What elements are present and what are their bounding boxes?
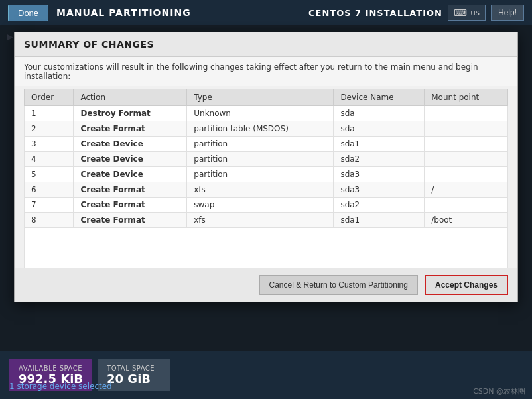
table-row: 1Destroy FormatUnknownsda <box>25 106 508 121</box>
cell-type: partition <box>187 167 334 182</box>
available-label: AVAILABLE SPACE <box>19 365 83 372</box>
cell-order: 3 <box>25 137 74 152</box>
cell-type: Unknown <box>187 106 334 121</box>
table-row: 7Create Formatswapsda2 <box>25 198 508 213</box>
header-right: CENTOS 7 INSTALLATION ⌨ us Help! <box>308 5 524 21</box>
cell-mount: / <box>425 182 508 198</box>
modal-header: SUMMARY OF CHANGES <box>15 32 517 57</box>
modal-footer: Cancel & Return to Custom Partitioning A… <box>15 268 517 302</box>
col-action: Action <box>74 89 187 106</box>
storage-link[interactable]: 1 storage device selected <box>9 382 112 391</box>
cell-action: Create Format <box>74 198 187 213</box>
cell-mount <box>425 167 508 182</box>
cell-order: 6 <box>25 182 74 198</box>
cell-action: Create Format <box>74 182 187 198</box>
summary-modal: SUMMARY OF CHANGES Your customizations w… <box>14 32 518 302</box>
cell-order: 4 <box>25 152 74 167</box>
col-mount: Mount point <box>425 89 508 106</box>
cell-type: partition table (MSDOS) <box>187 121 334 137</box>
col-type: Type <box>187 89 334 106</box>
cell-action: Destroy Format <box>74 106 187 121</box>
cell-order: 1 <box>25 106 74 121</box>
table-container: Order Action Type Device Name Mount poin… <box>15 89 517 228</box>
cell-order: 5 <box>25 167 74 182</box>
main-content: ▶ New CentOS 7 Installation sda3 SUMMARY… <box>0 25 532 399</box>
table-row: 3Create Devicepartitionsda1 <box>25 137 508 152</box>
accept-changes-button[interactable]: Accept Changes <box>425 275 508 295</box>
modal-title: SUMMARY OF CHANGES <box>24 39 154 50</box>
cell-device: sda3 <box>334 167 425 182</box>
cell-device: sda3 <box>334 182 425 198</box>
cell-action: Create Device <box>74 137 187 152</box>
table-row: 4Create Devicepartitionsda2 <box>25 152 508 167</box>
cell-mount <box>425 121 508 137</box>
changes-table: Order Action Type Device Name Mount poin… <box>24 89 508 228</box>
cell-mount: /boot <box>425 213 508 228</box>
cancel-button[interactable]: Cancel & Return to Custom Partitioning <box>259 275 418 295</box>
cell-device: sda1 <box>334 213 425 228</box>
cell-type: xfs <box>187 182 334 198</box>
cell-mount <box>425 152 508 167</box>
cell-device: sda <box>334 121 425 137</box>
total-value: 20 GiB <box>107 372 161 386</box>
cell-order: 2 <box>25 121 74 137</box>
cell-action: Create Format <box>74 121 187 137</box>
modal-description: Your customizations will result in the f… <box>15 57 517 86</box>
keyboard-widget[interactable]: ⌨ us <box>448 5 486 21</box>
watermark: CSDN @农林圈 <box>473 386 525 396</box>
done-button[interactable]: Done <box>8 5 48 21</box>
cell-device: sda1 <box>334 137 425 152</box>
keyboard-icon: ⌨ <box>454 7 467 18</box>
table-row: 8Create Formatxfssda1/boot <box>25 213 508 228</box>
centos-title: CENTOS 7 INSTALLATION <box>308 8 442 18</box>
cell-order: 8 <box>25 213 74 228</box>
cell-action: Create Device <box>74 167 187 182</box>
col-order: Order <box>25 89 74 106</box>
page-title: MANUAL PARTITIONING <box>56 7 191 18</box>
total-label: TOTAL SPACE <box>107 365 161 372</box>
cell-type: swap <box>187 198 334 213</box>
cell-mount <box>425 198 508 213</box>
cell-order: 7 <box>25 198 74 213</box>
cell-device: sda2 <box>334 198 425 213</box>
keyboard-lang: us <box>470 8 480 17</box>
table-row: 5Create Devicepartitionsda3 <box>25 167 508 182</box>
table-row: 2Create Formatpartition table (MSDOS)sda <box>25 121 508 137</box>
col-device: Device Name <box>334 89 425 106</box>
cell-type: xfs <box>187 213 334 228</box>
status-bar: AVAILABLE SPACE 992.5 KiB TOTAL SPACE 20… <box>0 351 532 399</box>
cell-action: Create Device <box>74 152 187 167</box>
cell-type: partition <box>187 152 334 167</box>
help-button[interactable]: Help! <box>491 5 524 21</box>
cell-mount <box>425 137 508 152</box>
cell-action: Create Format <box>74 213 187 228</box>
cell-type: partition <box>187 137 334 152</box>
cell-device: sda <box>334 106 425 121</box>
modal-spacer <box>24 228 508 268</box>
cell-mount <box>425 106 508 121</box>
modal-overlay: SUMMARY OF CHANGES Your customizations w… <box>0 25 532 399</box>
top-header: Done MANUAL PARTITIONING CENTOS 7 INSTAL… <box>0 0 532 25</box>
table-row: 6Create Formatxfssda3/ <box>25 182 508 198</box>
cell-device: sda2 <box>334 152 425 167</box>
